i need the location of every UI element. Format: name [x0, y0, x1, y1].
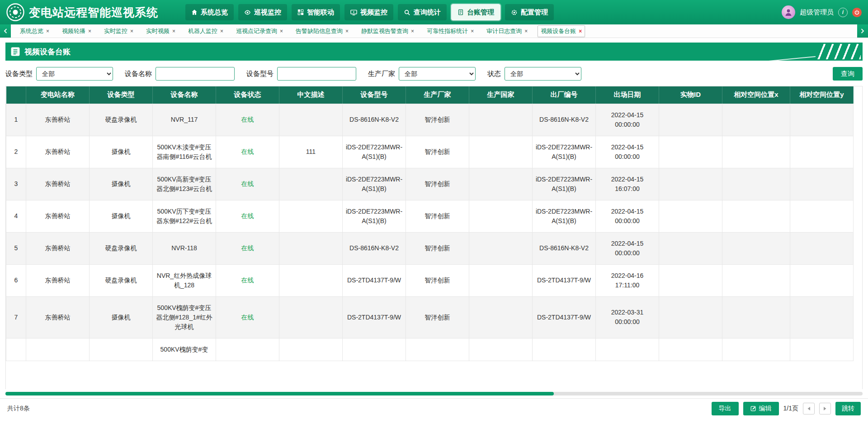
- user-name: 超级管理员: [800, 8, 834, 17]
- table-cell: 智洋创新: [406, 104, 469, 136]
- nav-button-config-management[interactable]: 配置管理: [505, 4, 554, 20]
- jump-button[interactable]: 跳转: [835, 402, 861, 415]
- tab-3[interactable]: 实时视频×: [143, 26, 178, 37]
- table-cell: 硬盘录像机: [90, 264, 153, 296]
- table-cell: [659, 264, 722, 296]
- device-type-select[interactable]: 全部: [36, 67, 113, 81]
- tab-close-icon[interactable]: ×: [471, 29, 474, 34]
- search-button[interactable]: 查询: [833, 67, 863, 81]
- tab-close-icon[interactable]: ×: [345, 29, 349, 34]
- device-model-input[interactable]: [277, 67, 356, 81]
- table-cell: iDS-2DE7223MWR-A(S1)(B): [533, 168, 596, 200]
- page-title: 视频设备台账: [24, 47, 71, 57]
- export-button[interactable]: 导出: [712, 402, 739, 415]
- edit-button[interactable]: 编辑: [743, 402, 779, 415]
- tab-0[interactable]: 系统总览×: [17, 26, 52, 37]
- table-cell: [90, 338, 153, 361]
- tab-label: 巡视点记录查询: [236, 27, 277, 35]
- tab-close-icon[interactable]: ×: [130, 29, 133, 34]
- tabs-scroll-left-button[interactable]: [0, 24, 11, 38]
- tab-7[interactable]: 静默监视告警查询×: [359, 26, 417, 37]
- tab-5[interactable]: 巡视点记录查询×: [233, 26, 286, 37]
- table-cell: DS-2TD4137T-9/W: [343, 296, 406, 338]
- table-cell: [279, 168, 343, 200]
- tab-close-icon[interactable]: ×: [280, 29, 283, 34]
- tab-close-icon[interactable]: ×: [524, 29, 528, 34]
- table-cell: iDS-2DE7223MWR-A(S1)(B): [343, 200, 406, 232]
- row-number-cell: 2: [6, 136, 26, 168]
- table-cell: 500KV历下变#变压器东侧#122#云台机: [153, 200, 216, 232]
- table-cell: 智洋创新: [406, 264, 469, 296]
- tab-close-icon[interactable]: ×: [88, 29, 91, 34]
- table-cell: [26, 338, 90, 361]
- avatar[interactable]: [782, 5, 795, 19]
- prev-page-button[interactable]: [803, 403, 815, 414]
- table-cell: [722, 338, 790, 361]
- table-cell: [279, 296, 343, 338]
- table-cell: 摄像机: [90, 200, 153, 232]
- tab-1[interactable]: 视频轮播×: [59, 26, 94, 37]
- decorative-diagonal-line: [671, 56, 816, 61]
- nav-button-video-monitor[interactable]: 视频监控: [344, 4, 393, 20]
- tab-2[interactable]: 实时监控×: [101, 26, 136, 37]
- table-cell: [659, 168, 722, 200]
- tabs-scroll-right-button[interactable]: [857, 24, 868, 38]
- table-cell: [722, 104, 790, 136]
- table-cell: 智洋创新: [406, 232, 469, 264]
- table-cell: 2022-03-31 00:00:00: [596, 296, 659, 338]
- table-cell: [533, 338, 596, 361]
- table-cell: iDS-2DE7223MWR-A(S1)(B): [533, 200, 596, 232]
- table-cell: 摄像机: [90, 168, 153, 200]
- tab-8[interactable]: 可靠性指标统计×: [424, 26, 476, 37]
- tab-bar: 系统总览×视频轮播×实时监控×实时视频×机器人监控×巡视点记录查询×告警缺陷信息…: [0, 24, 868, 38]
- next-page-button[interactable]: [819, 403, 831, 414]
- table-cell: 东善桥站: [26, 296, 90, 338]
- column-header: 生产国家: [469, 86, 533, 104]
- table-cell: iDS-2DE7223MWR-A(S1)(B): [343, 136, 406, 168]
- tab-close-icon[interactable]: ×: [579, 29, 582, 34]
- table-cell: [722, 168, 790, 200]
- nav-button-smart-linkage[interactable]: 智能联动: [292, 4, 340, 20]
- table-cell: 东善桥站: [26, 200, 90, 232]
- tab-close-icon[interactable]: ×: [172, 29, 175, 34]
- device-name-input[interactable]: [156, 67, 235, 81]
- tab-close-icon[interactable]: ×: [46, 29, 49, 34]
- nav-button-overview[interactable]: 系统总览: [185, 4, 234, 20]
- nav-button-label: 台账管理: [467, 8, 494, 17]
- tab-label: 告警缺陷信息查询: [296, 27, 343, 35]
- total-count: 共计8条: [7, 405, 30, 413]
- tab-10[interactable]: 视频设备台账×: [538, 25, 585, 37]
- power-icon[interactable]: [852, 8, 862, 17]
- tab-6[interactable]: 告警缺陷信息查询×: [293, 26, 351, 37]
- table-cell: 2022-04-15 00:00:00: [596, 200, 659, 232]
- table-cell: [790, 136, 854, 168]
- table-cell: [722, 136, 790, 168]
- row-number-cell: 4: [6, 200, 26, 232]
- chevron-right-icon: [861, 29, 864, 33]
- nav-button-ledger-management[interactable]: 台账管理: [451, 4, 500, 20]
- table-cell: 2022-04-15 16:07:00: [596, 168, 659, 200]
- tab-label: 机器人监控: [188, 27, 217, 35]
- table-cell: [279, 338, 343, 361]
- tab-4[interactable]: 机器人监控×: [185, 26, 226, 37]
- app-title: 变电站远程智能巡视系统: [29, 5, 158, 20]
- horizontal-scrollbar-thumb[interactable]: [5, 392, 554, 395]
- nav-button-query-stats[interactable]: 查询统计: [398, 4, 447, 20]
- table-cell: [406, 338, 469, 361]
- table-cell: [722, 200, 790, 232]
- page-indicator: 1/1页: [783, 405, 798, 413]
- tab-label: 视频轮播: [62, 27, 85, 35]
- horizontal-scrollbar[interactable]: [5, 392, 863, 395]
- tab-close-icon[interactable]: ×: [411, 29, 414, 34]
- info-icon[interactable]: i: [838, 8, 848, 17]
- table-cell: [279, 104, 343, 136]
- status-select[interactable]: 全部: [505, 67, 581, 81]
- table-cell: 摄像机: [90, 136, 153, 168]
- tab-close-icon[interactable]: ×: [220, 29, 223, 34]
- tab-9[interactable]: 审计日志查询×: [484, 26, 530, 37]
- nav-button-patrol-monitor[interactable]: 巡视监控: [238, 4, 287, 20]
- tab-label: 实时视频: [146, 27, 170, 35]
- table-cell: [790, 200, 854, 232]
- manufacturer-select[interactable]: 全部: [399, 67, 476, 81]
- device-model-label: 设备型号: [246, 70, 274, 78]
